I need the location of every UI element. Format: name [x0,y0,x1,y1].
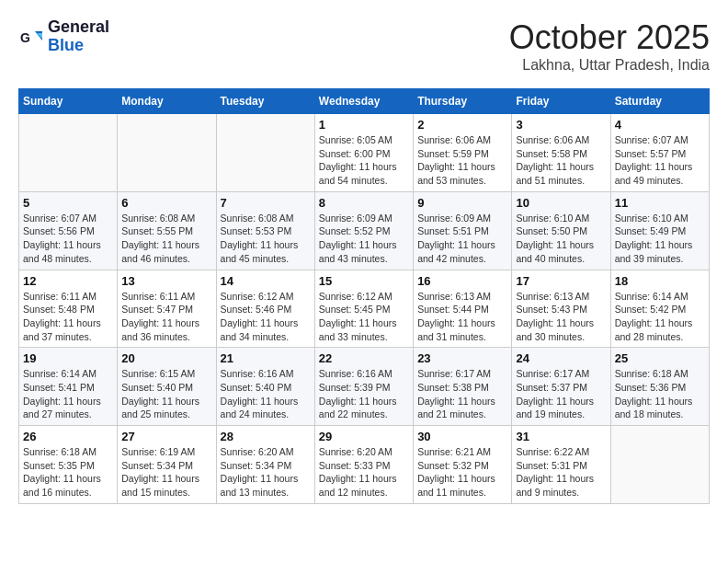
day-info: Sunrise: 6:11 AM Sunset: 5:47 PM Dayligh… [121,290,211,344]
weekday-header-sunday: Sunday [19,89,118,114]
week-row-5: 26Sunrise: 6:18 AM Sunset: 5:35 PM Dayli… [19,426,710,504]
weekday-header-row: SundayMondayTuesdayWednesdayThursdayFrid… [19,89,710,114]
calendar-cell: 17Sunrise: 6:13 AM Sunset: 5:43 PM Dayli… [512,270,610,348]
logo-blue: Blue [48,37,109,55]
day-info: Sunrise: 6:20 AM Sunset: 5:34 PM Dayligh… [221,445,311,500]
calendar-cell: 2Sunrise: 6:06 AM Sunset: 5:59 PM Daylig… [414,114,512,192]
calendar-cell: 26Sunrise: 6:18 AM Sunset: 5:35 PM Dayli… [19,426,118,504]
day-number: 16 [417,274,507,288]
logo-icon: G [18,24,44,50]
calendar-cell: 7Sunrise: 6:08 AM Sunset: 5:53 PM Daylig… [216,191,314,270]
calendar-cell: 30Sunrise: 6:21 AM Sunset: 5:32 PM Dayli… [414,426,512,504]
day-number: 25 [615,351,705,365]
calendar-cell [216,114,314,192]
day-number: 30 [417,430,507,443]
day-number: 11 [615,196,705,210]
logo: G General Blue [18,18,109,55]
calendar-cell: 20Sunrise: 6:15 AM Sunset: 5:40 PM Dayli… [118,348,216,426]
day-number: 15 [319,274,409,288]
calendar-cell: 4Sunrise: 6:07 AM Sunset: 5:57 PM Daylig… [610,114,709,192]
weekday-header-saturday: Saturday [610,89,709,114]
day-number: 26 [23,430,113,443]
weekday-header-wednesday: Wednesday [314,89,413,114]
day-number: 7 [221,196,311,210]
day-number: 13 [121,274,211,288]
month-title: October 2025 [509,18,710,57]
day-info: Sunrise: 6:06 AM Sunset: 5:59 PM Dayligh… [417,133,507,188]
day-number: 21 [221,351,311,365]
svg-marker-2 [37,33,42,39]
calendar-cell: 21Sunrise: 6:16 AM Sunset: 5:40 PM Dayli… [216,348,314,426]
day-info: Sunrise: 6:07 AM Sunset: 5:56 PM Dayligh… [23,212,113,266]
week-row-2: 5Sunrise: 6:07 AM Sunset: 5:56 PM Daylig… [19,191,710,270]
calendar-cell: 8Sunrise: 6:09 AM Sunset: 5:52 PM Daylig… [314,191,413,270]
day-number: 23 [417,351,507,365]
day-info: Sunrise: 6:12 AM Sunset: 5:46 PM Dayligh… [221,290,311,344]
calendar-cell: 3Sunrise: 6:06 AM Sunset: 5:58 PM Daylig… [512,114,610,192]
calendar-cell: 9Sunrise: 6:09 AM Sunset: 5:51 PM Daylig… [414,191,512,270]
calendar-cell: 18Sunrise: 6:14 AM Sunset: 5:42 PM Dayli… [610,270,709,348]
day-info: Sunrise: 6:10 AM Sunset: 5:50 PM Dayligh… [516,212,606,266]
day-number: 12 [23,274,113,288]
calendar-cell: 11Sunrise: 6:10 AM Sunset: 5:49 PM Dayli… [610,191,709,270]
day-number: 24 [516,351,606,365]
day-number: 3 [516,118,606,132]
day-number: 18 [615,274,705,288]
day-info: Sunrise: 6:11 AM Sunset: 5:48 PM Dayligh… [23,290,113,344]
calendar-cell: 31Sunrise: 6:22 AM Sunset: 5:31 PM Dayli… [512,426,610,504]
logo-general: General [48,18,109,37]
calendar-cell: 25Sunrise: 6:18 AM Sunset: 5:36 PM Dayli… [610,348,709,426]
calendar-cell: 16Sunrise: 6:13 AM Sunset: 5:44 PM Dayli… [414,270,512,348]
day-info: Sunrise: 6:18 AM Sunset: 5:36 PM Dayligh… [615,367,705,421]
day-number: 19 [23,351,113,365]
day-number: 14 [221,274,311,288]
calendar-cell: 22Sunrise: 6:16 AM Sunset: 5:39 PM Dayli… [314,348,413,426]
day-info: Sunrise: 6:16 AM Sunset: 5:40 PM Dayligh… [221,367,311,421]
day-info: Sunrise: 6:07 AM Sunset: 5:57 PM Dayligh… [615,133,705,188]
calendar-cell [118,114,216,192]
calendar-cell [610,426,709,504]
week-row-4: 19Sunrise: 6:14 AM Sunset: 5:41 PM Dayli… [19,348,710,426]
calendar-cell [19,114,118,192]
day-number: 10 [516,196,606,210]
day-number: 2 [417,118,507,132]
day-info: Sunrise: 6:09 AM Sunset: 5:52 PM Dayligh… [319,212,409,266]
week-row-3: 12Sunrise: 6:11 AM Sunset: 5:48 PM Dayli… [19,270,710,348]
svg-text:G: G [20,30,30,45]
day-number: 9 [417,196,507,210]
page-header: G General Blue October 2025 Lakhna, Utta… [18,18,710,74]
day-number: 29 [319,430,409,443]
day-number: 1 [319,118,409,132]
calendar-cell: 5Sunrise: 6:07 AM Sunset: 5:56 PM Daylig… [19,191,118,270]
day-number: 17 [516,274,606,288]
day-info: Sunrise: 6:12 AM Sunset: 5:45 PM Dayligh… [319,290,409,344]
day-number: 5 [23,196,113,210]
week-row-1: 1Sunrise: 6:05 AM Sunset: 6:00 PM Daylig… [19,114,710,192]
day-info: Sunrise: 6:06 AM Sunset: 5:58 PM Dayligh… [516,133,606,188]
calendar-cell: 12Sunrise: 6:11 AM Sunset: 5:48 PM Dayli… [19,270,118,348]
day-info: Sunrise: 6:09 AM Sunset: 5:51 PM Dayligh… [417,212,507,266]
day-number: 31 [516,430,606,443]
calendar-cell: 19Sunrise: 6:14 AM Sunset: 5:41 PM Dayli… [19,348,118,426]
calendar-cell: 13Sunrise: 6:11 AM Sunset: 5:47 PM Dayli… [118,270,216,348]
day-info: Sunrise: 6:19 AM Sunset: 5:34 PM Dayligh… [121,445,211,500]
day-number: 8 [319,196,409,210]
day-info: Sunrise: 6:05 AM Sunset: 6:00 PM Dayligh… [319,133,409,188]
title-block: October 2025 Lakhna, Uttar Pradesh, Indi… [509,18,710,74]
calendar-cell: 14Sunrise: 6:12 AM Sunset: 5:46 PM Dayli… [216,270,314,348]
weekday-header-friday: Friday [512,89,610,114]
calendar-cell: 24Sunrise: 6:17 AM Sunset: 5:37 PM Dayli… [512,348,610,426]
day-info: Sunrise: 6:18 AM Sunset: 5:35 PM Dayligh… [23,445,113,500]
calendar-cell: 10Sunrise: 6:10 AM Sunset: 5:50 PM Dayli… [512,191,610,270]
day-number: 4 [615,118,705,132]
day-number: 27 [121,430,211,443]
day-info: Sunrise: 6:13 AM Sunset: 5:44 PM Dayligh… [417,290,507,344]
day-info: Sunrise: 6:21 AM Sunset: 5:32 PM Dayligh… [417,445,507,500]
day-info: Sunrise: 6:17 AM Sunset: 5:37 PM Dayligh… [516,367,606,421]
calendar-cell: 29Sunrise: 6:20 AM Sunset: 5:33 PM Dayli… [314,426,413,504]
day-info: Sunrise: 6:14 AM Sunset: 5:42 PM Dayligh… [615,290,705,344]
day-info: Sunrise: 6:13 AM Sunset: 5:43 PM Dayligh… [516,290,606,344]
calendar-cell: 6Sunrise: 6:08 AM Sunset: 5:55 PM Daylig… [118,191,216,270]
day-info: Sunrise: 6:14 AM Sunset: 5:41 PM Dayligh… [23,367,113,421]
day-number: 20 [121,351,211,365]
